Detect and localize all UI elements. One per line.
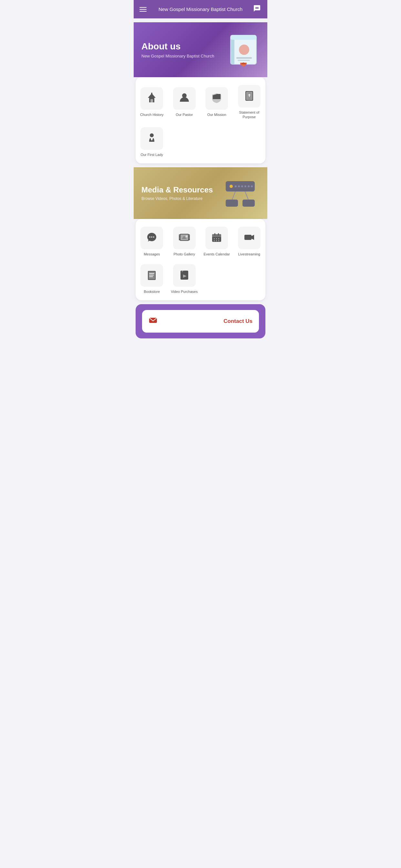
video-purchases-icon-bg bbox=[173, 264, 196, 287]
about-subtitle: New Gospel Missionary Baptist Church bbox=[142, 54, 214, 58]
svg-rect-54 bbox=[218, 238, 219, 239]
svg-point-34 bbox=[153, 237, 154, 238]
menu-item-messages[interactable]: Messages bbox=[135, 222, 168, 259]
contact-banner: Contact Us bbox=[135, 304, 266, 338]
menu-item-photo-gallery[interactable]: Photo Gallery bbox=[168, 222, 201, 259]
media-subtitle: Browse Videos, Photos & Literature bbox=[142, 196, 213, 201]
first-lady-label: Our First Lady bbox=[141, 152, 163, 157]
svg-point-21 bbox=[229, 185, 233, 188]
statement-label: Statement of Purpose bbox=[235, 110, 264, 120]
calendar-icon bbox=[211, 232, 222, 244]
media-banner: Media & Resources Browse Videos, Photos … bbox=[134, 167, 267, 219]
menu-item-events-calendar[interactable]: Events Calendar bbox=[201, 222, 233, 259]
svg-rect-64 bbox=[149, 276, 153, 277]
bible-icon: ✝ bbox=[243, 90, 255, 103]
our-pastor-label: Our Pastor bbox=[176, 113, 193, 117]
menu-item-bookstore[interactable]: Bookstore bbox=[135, 259, 168, 297]
livestreaming-label: Livestreaming bbox=[238, 252, 260, 256]
svg-rect-4 bbox=[236, 57, 252, 59]
svg-point-33 bbox=[151, 237, 152, 238]
media-text: Media & Resources Browse Videos, Photos … bbox=[142, 185, 213, 201]
svg-point-12 bbox=[182, 93, 187, 98]
first-lady-icon-bg bbox=[141, 127, 163, 150]
livestreaming-icon-bg bbox=[238, 227, 260, 249]
our-mission-label: Our Mission bbox=[207, 113, 226, 117]
church-history-label: Church History bbox=[140, 113, 164, 117]
svg-point-25 bbox=[244, 185, 246, 187]
about-banner: About us New Gospel Missionary Baptist C… bbox=[134, 22, 267, 77]
svg-rect-49 bbox=[212, 236, 221, 237]
svg-rect-30 bbox=[226, 199, 238, 207]
mission-icon bbox=[211, 92, 222, 105]
svg-point-32 bbox=[149, 237, 150, 238]
first-lady-icon bbox=[146, 132, 158, 145]
mission-icon-bg bbox=[205, 87, 228, 110]
svg-point-19 bbox=[150, 133, 154, 137]
menu-item-livestreaming[interactable]: Livestreaming bbox=[233, 222, 266, 259]
about-heading: About us bbox=[142, 41, 214, 52]
contact-label: Contact Us bbox=[223, 318, 252, 324]
svg-rect-63 bbox=[149, 275, 154, 275]
svg-point-27 bbox=[251, 185, 253, 187]
gallery-icon bbox=[179, 232, 190, 244]
svg-line-28 bbox=[232, 191, 235, 199]
svg-rect-2 bbox=[230, 35, 256, 40]
bookstore-icon bbox=[146, 269, 157, 282]
video-camera-icon bbox=[244, 232, 255, 244]
bookstore-icon-bg bbox=[141, 264, 163, 287]
network-icon bbox=[221, 179, 259, 208]
svg-point-3 bbox=[239, 44, 249, 55]
svg-rect-45 bbox=[189, 237, 189, 238]
menu-item-statement[interactable]: ✝ Statement of Purpose bbox=[233, 81, 266, 123]
svg-rect-53 bbox=[216, 238, 217, 239]
gallery-icon-bg bbox=[173, 227, 196, 249]
menu-item-first-lady[interactable]: Our First Lady bbox=[135, 123, 168, 160]
church-icon bbox=[146, 92, 158, 105]
svg-rect-43 bbox=[179, 238, 180, 239]
menu-item-church-history[interactable]: Church History bbox=[135, 81, 168, 123]
pastor-icon-bg bbox=[173, 87, 196, 110]
svg-point-38 bbox=[186, 236, 188, 237]
statement-icon-bg: ✝ bbox=[238, 85, 260, 107]
pastor-icon bbox=[179, 92, 190, 105]
bookstore-label: Bookstore bbox=[144, 289, 160, 294]
events-calendar-label: Events Calendar bbox=[204, 252, 230, 256]
menu-button[interactable] bbox=[140, 6, 149, 13]
photo-gallery-label: Photo Gallery bbox=[174, 252, 195, 256]
menu-item-our-mission[interactable]: Our Mission bbox=[201, 81, 233, 123]
chat-button[interactable] bbox=[252, 4, 261, 14]
about-text: About us New Gospel Missionary Baptist C… bbox=[142, 41, 214, 58]
header-title: New Gospel Missionary Baptist Church bbox=[149, 6, 252, 12]
media-menu-card: Messages bbox=[135, 219, 266, 301]
svg-marker-59 bbox=[251, 235, 254, 240]
svg-rect-44 bbox=[189, 235, 189, 236]
video-file-icon bbox=[179, 269, 190, 282]
svg-rect-56 bbox=[216, 240, 217, 241]
svg-rect-11 bbox=[150, 99, 153, 102]
media-menu-row2: Bookstore Video Purchases bbox=[135, 259, 266, 297]
svg-rect-52 bbox=[214, 238, 215, 239]
video-purchases-label: Video Purchases bbox=[171, 289, 197, 294]
svg-rect-41 bbox=[179, 235, 180, 236]
church-history-icon-bg bbox=[141, 87, 163, 110]
svg-rect-57 bbox=[218, 240, 219, 241]
svg-point-22 bbox=[235, 185, 237, 187]
svg-rect-50 bbox=[214, 233, 215, 236]
messages-icon bbox=[146, 232, 157, 244]
svg-rect-31 bbox=[243, 199, 255, 207]
menu-item-video-purchases[interactable]: Video Purchases bbox=[168, 259, 201, 297]
menu-item-our-pastor[interactable]: Our Pastor bbox=[168, 81, 201, 123]
svg-rect-51 bbox=[218, 233, 219, 236]
svg-rect-62 bbox=[149, 273, 154, 274]
svg-point-26 bbox=[248, 185, 250, 187]
svg-point-23 bbox=[238, 185, 240, 187]
svg-rect-5 bbox=[238, 60, 250, 61]
about-menu-row2: Our First Lady bbox=[135, 123, 266, 160]
svg-point-24 bbox=[241, 185, 243, 187]
svg-rect-42 bbox=[179, 237, 180, 238]
contact-button[interactable]: Contact Us bbox=[142, 310, 259, 333]
media-menu-grid: Messages bbox=[135, 222, 266, 259]
svg-rect-58 bbox=[244, 235, 251, 240]
calendar-icon-bg bbox=[205, 227, 228, 249]
svg-text:✝: ✝ bbox=[248, 93, 251, 98]
